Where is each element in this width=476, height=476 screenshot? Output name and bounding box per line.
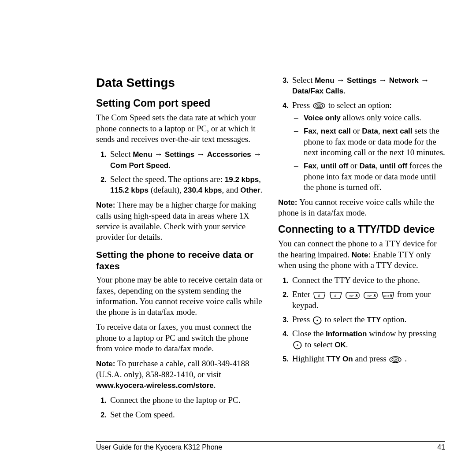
ok-button-icon: OK — [313, 102, 325, 109]
key-pound-icon: # — [330, 291, 342, 299]
arrow-icon: → — [335, 75, 347, 85]
tty-step-5: Highlight TTY On and press OK . — [290, 353, 445, 364]
heading-com-speed: Setting Com port speed — [96, 97, 263, 110]
heading-data-settings: Data Settings — [96, 75, 263, 91]
text: Close the — [292, 329, 326, 338]
label-other: Other — [240, 186, 260, 194]
key-pound-icon: # — [313, 291, 326, 299]
period: . — [346, 340, 348, 349]
svg-text:8: 8 — [356, 294, 358, 298]
text: Select — [110, 149, 133, 159]
svg-text:TUV: TUV — [367, 294, 372, 297]
text: Press — [292, 100, 312, 110]
footer-title: User Guide for the Kyocera K312 Phone — [96, 443, 222, 451]
key-9-icon: WXYZ9 — [382, 291, 394, 299]
label-com-port-speed: Com Port Speed — [110, 161, 168, 170]
text: , — [316, 161, 321, 170]
label-230-4-kbps: 230.4 kbps — [184, 186, 222, 194]
svg-point-14 — [297, 345, 298, 346]
option-voice-only: Voice only allows only voice calls. — [302, 112, 445, 123]
label-settings: Settings — [347, 76, 376, 85]
note-label: Note: — [352, 251, 371, 259]
option-next-call: Fax, next call or Data, next call sets t… — [302, 126, 445, 158]
paragraph-com-speed: The Com Speed sets the data rate at whic… — [96, 112, 263, 145]
text: and press — [353, 354, 389, 363]
text: , and — [222, 185, 241, 194]
fax-step-1: Connect the phone to the laptop or PC. — [108, 395, 263, 405]
tty-step-1: Connect the TTY device to the phone. — [290, 275, 445, 286]
com-speed-steps: Select Menu → Settings → Accessories → C… — [96, 149, 263, 195]
ok-button-icon: OK — [389, 356, 402, 363]
text: allows only voice calls. — [341, 113, 421, 122]
left-column: Data Settings Setting Com port speed The… — [96, 75, 263, 424]
label-next-call: next call — [383, 127, 413, 135]
heading-receive-data-faxes: Setting the phone to receive data or fax… — [96, 249, 263, 272]
com-step-2: Select the speed. The options are: 19.2 … — [108, 174, 263, 196]
key-8-icon: TUV8 — [346, 292, 360, 299]
label-menu: Menu — [315, 76, 334, 85]
text: (default), — [149, 185, 184, 194]
label-until-off: until off — [321, 162, 348, 170]
label-until-off: until off — [380, 162, 407, 170]
text: or — [351, 126, 362, 135]
text: , — [259, 175, 261, 184]
label-settings: Settings — [165, 150, 194, 159]
label-data: Data — [359, 162, 376, 170]
text: , — [376, 161, 380, 170]
text: to select the — [323, 315, 367, 324]
text: to select an option: — [326, 100, 392, 110]
label-menu: Menu — [133, 150, 152, 159]
label-fax: Fax — [304, 162, 316, 170]
text: , — [316, 126, 321, 135]
option-list: Voice only allows only voice calls. Fax,… — [292, 112, 445, 193]
fax-steps-continued: Select Menu → Settings → Network → Data/… — [278, 75, 445, 193]
svg-text:8: 8 — [374, 294, 376, 298]
text: Highlight — [292, 354, 327, 363]
fax-step-4: Press OK to select an option: Voice only… — [290, 100, 445, 193]
tty-step-2: Enter # # TUV8 TUV8 WXYZ9 from your keyp… — [290, 289, 445, 311]
label-network: Network — [389, 76, 419, 85]
option-until-off: Fax, until off or Data, until off forces… — [302, 160, 445, 193]
text: , — [378, 126, 383, 135]
store-url: www.kyocera-wireless.com/store — [96, 381, 214, 390]
label-voice-only: Voice only — [304, 114, 341, 122]
fax-step-3: Select Menu → Settings → Network → Data/… — [290, 75, 445, 97]
label-data-fax-calls: Data/Fax Calls — [292, 87, 343, 95]
label-19-2-kbps: 19.2 kbps — [225, 175, 259, 184]
svg-point-13 — [316, 320, 318, 321]
svg-text:#: # — [334, 294, 336, 298]
period: . — [168, 160, 171, 170]
note-label: Note: — [278, 198, 299, 207]
label-fax: Fax — [304, 127, 316, 135]
text: Enter — [292, 290, 312, 299]
fax-step-2: Set the Com speed. — [108, 409, 263, 420]
label-tty: TTY — [367, 316, 381, 324]
heading-tty: Connecting to a TTY/TDD device — [278, 223, 445, 236]
page-number: 41 — [437, 443, 445, 451]
period: . — [214, 380, 216, 390]
arrow-icon: → — [376, 75, 389, 85]
period: . — [402, 354, 407, 363]
right-column: Select Menu → Settings → Network → Data/… — [278, 75, 445, 424]
page-footer: User Guide for the Kyocera K312 Phone 41 — [96, 441, 445, 451]
text: to select — [303, 340, 335, 349]
label-information: Information — [326, 330, 367, 338]
two-column-layout: Data Settings Setting Com port speed The… — [96, 75, 445, 424]
text: window by pressing — [367, 329, 437, 338]
nav-key-icon — [313, 316, 322, 325]
key-8-icon: TUV8 — [364, 292, 378, 299]
com-step-1: Select Menu → Settings → Accessories → C… — [108, 149, 263, 171]
tty-step-3: Press to select the TTY option. — [290, 314, 445, 325]
text: Select — [292, 75, 315, 85]
text: Select the speed. The options are: — [110, 175, 225, 184]
label-ok: OK — [335, 341, 346, 349]
arrow-icon: → — [194, 149, 207, 159]
svg-text:9: 9 — [390, 294, 392, 298]
label-tty-on: TTY On — [327, 355, 353, 363]
label-next-call: next call — [321, 127, 351, 135]
svg-text:OK: OK — [317, 105, 321, 108]
label-data: Data — [362, 127, 378, 135]
note-cable: Note: To purchase a cable, call 800-349-… — [96, 358, 263, 390]
svg-text:#: # — [318, 294, 320, 298]
paragraph-tty: You can connect the phone to a TTY devic… — [278, 238, 445, 271]
